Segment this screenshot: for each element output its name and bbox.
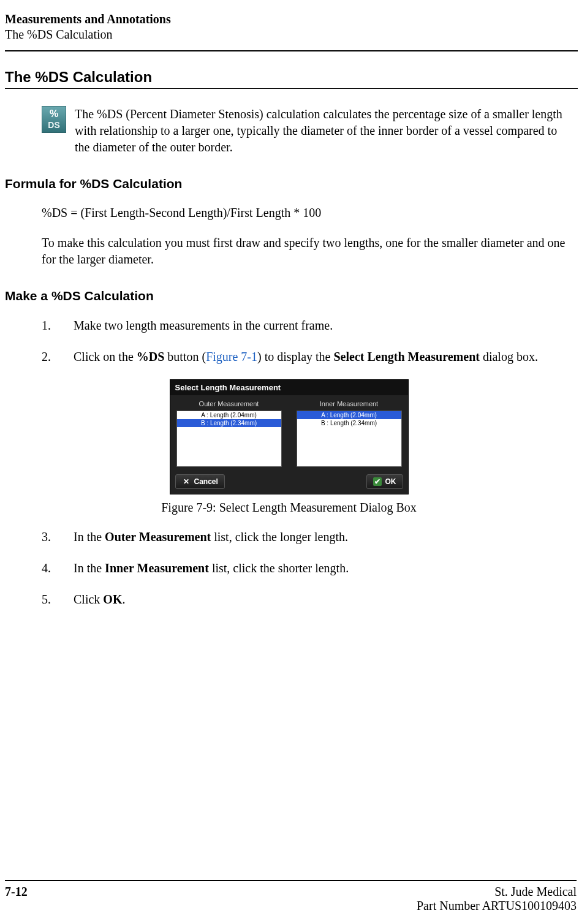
percent-ds-icon: % DS bbox=[42, 106, 66, 133]
header-rule bbox=[5, 50, 578, 51]
step-bold: Select Length Measurement bbox=[333, 350, 479, 363]
step-text: Click on the %DS button (Figure 7-1) to … bbox=[74, 348, 573, 366]
outer-measurement-listbox[interactable]: A : Length (2.04mm) B : Length (2.34mm) bbox=[176, 411, 282, 467]
ds-icon-bottom-text: DS bbox=[48, 120, 59, 130]
step-number: 4. bbox=[42, 559, 74, 577]
step-text: In the Outer Measurement list, click the… bbox=[74, 528, 573, 546]
footer-part-number: Part Number ARTUS100109403 bbox=[417, 899, 577, 913]
step-number: 2. bbox=[42, 348, 74, 366]
step-number: 3. bbox=[42, 528, 74, 546]
list-item[interactable]: B : Length (2.34mm) bbox=[177, 419, 281, 427]
outer-measurement-column: Outer Measurement A : Length (2.04mm) B … bbox=[176, 400, 282, 467]
make-subsection-title: Make a %DS Calculation bbox=[5, 289, 578, 303]
step-number: 5. bbox=[42, 591, 74, 608]
step-1: 1. Make two length measurements in the c… bbox=[42, 317, 573, 335]
dialog-title: Select Length Measurement bbox=[175, 383, 281, 392]
footer-rule bbox=[5, 880, 577, 881]
section-rule bbox=[5, 88, 578, 89]
figure-wrap: Select Length Measurement Outer Measurem… bbox=[0, 379, 578, 515]
cancel-button-label: Cancel bbox=[194, 477, 218, 486]
inner-measurement-label: Inner Measurement bbox=[297, 400, 402, 407]
cancel-button[interactable]: ✕ Cancel bbox=[175, 474, 225, 489]
dialog-body: Outer Measurement A : Length (2.04mm) B … bbox=[170, 395, 408, 471]
header-section-title: The %DS Calculation bbox=[5, 28, 578, 42]
check-icon: ✔ bbox=[373, 477, 382, 486]
step-bold: %DS bbox=[137, 350, 165, 363]
dialog-button-row: ✕ Cancel ✔ OK bbox=[170, 471, 408, 494]
formula-note: To make this calculation you must first … bbox=[42, 235, 573, 268]
step-text: Click OK. bbox=[74, 591, 573, 608]
steps-list: 1. Make two length measurements in the c… bbox=[42, 317, 573, 366]
figure-reference[interactable]: Figure 7-1 bbox=[206, 350, 257, 363]
step-5: 5. Click OK. bbox=[42, 591, 573, 608]
select-length-measurement-dialog: Select Length Measurement Outer Measurem… bbox=[170, 379, 409, 494]
page-header: Measurements and Annotations The %DS Cal… bbox=[0, 12, 578, 47]
ok-button[interactable]: ✔ OK bbox=[366, 474, 403, 489]
step-text: Make two length measurements in the curr… bbox=[74, 317, 573, 335]
steps-list-continued: 3. In the Outer Measurement list, click … bbox=[42, 528, 573, 608]
header-chapter-title: Measurements and Annotations bbox=[5, 12, 578, 26]
footer-company: St. Jude Medical bbox=[417, 885, 577, 899]
footer-right: St. Jude Medical Part Number ARTUS100109… bbox=[417, 885, 577, 913]
close-icon: ✕ bbox=[182, 477, 191, 486]
list-item[interactable]: A : Length (2.04mm) bbox=[177, 411, 281, 419]
figure-caption: Figure 7-9: Select Length Measurement Di… bbox=[0, 501, 578, 515]
page-number: 7-12 bbox=[5, 885, 28, 913]
inner-measurement-listbox[interactable]: A : Length (2.04mm) B : Length (2.34mm) bbox=[297, 411, 402, 467]
formula-text: %DS = (First Length-Second Length)/First… bbox=[42, 205, 573, 221]
intro-row: % DS The %DS (Percent Diameter Stenosis)… bbox=[42, 106, 573, 156]
formula-subsection-title: Formula for %DS Calculation bbox=[5, 176, 578, 191]
ok-button-label: OK bbox=[385, 477, 396, 486]
list-item[interactable]: B : Length (2.34mm) bbox=[297, 419, 401, 427]
outer-measurement-label: Outer Measurement bbox=[176, 400, 282, 407]
step-4: 4. In the Inner Measurement list, click … bbox=[42, 559, 573, 577]
dialog-titlebar: Select Length Measurement bbox=[170, 380, 408, 395]
inner-measurement-column: Inner Measurement A : Length (2.04mm) B … bbox=[297, 400, 402, 467]
formula-body: %DS = (First Length-Second Length)/First… bbox=[42, 205, 573, 268]
list-item[interactable]: A : Length (2.04mm) bbox=[297, 411, 401, 419]
step-3: 3. In the Outer Measurement list, click … bbox=[42, 528, 573, 546]
step-number: 1. bbox=[42, 317, 74, 335]
section-title: The %DS Calculation bbox=[5, 69, 578, 86]
step-2: 2. Click on the %DS button (Figure 7-1) … bbox=[42, 348, 573, 366]
page-footer: 7-12 St. Jude Medical Part Number ARTUS1… bbox=[0, 880, 579, 913]
page: Measurements and Annotations The %DS Cal… bbox=[0, 0, 579, 924]
step-text: In the Inner Measurement list, click the… bbox=[74, 559, 573, 577]
intro-paragraph: The %DS (Percent Diameter Stenosis) calc… bbox=[75, 106, 573, 156]
ds-icon-top-text: % bbox=[50, 108, 58, 119]
